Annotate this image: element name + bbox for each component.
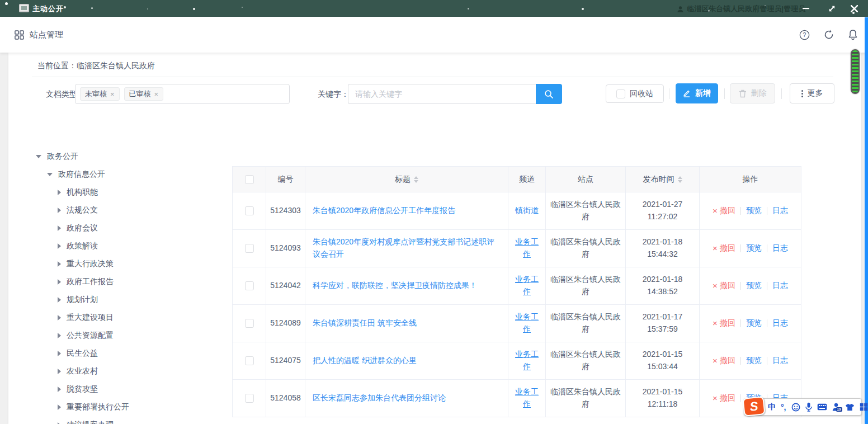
tree-item-zhengfuhuiyi[interactable]: 政府会议: [17, 219, 229, 237]
tree-item-zhongyaobushuzhixinggongkai[interactable]: 重要部署执行公开: [17, 398, 229, 416]
chevron-right-icon[interactable]: [58, 279, 61, 285]
chevron-right-icon[interactable]: [58, 243, 61, 249]
chevron-right-icon[interactable]: [58, 387, 61, 392]
withdraw-button[interactable]: ×撤回: [713, 242, 735, 255]
log-button[interactable]: 日志: [772, 205, 788, 217]
tree-item-nongyenongcun[interactable]: 农业农村: [17, 362, 229, 380]
sogou-logo-icon[interactable]: S: [742, 396, 765, 417]
doc-title-link[interactable]: 朱台镇2020年政府信息公开工作年度报告: [313, 205, 455, 217]
col-title[interactable]: 标题: [305, 167, 508, 192]
preview-button[interactable]: 预览: [746, 205, 762, 217]
tree-item-minshenggongyi[interactable]: 民生公益: [17, 345, 229, 362]
channel-link[interactable]: 业务工作: [513, 311, 541, 335]
ime-account-icon[interactable]: 19: [832, 403, 840, 411]
withdraw-button[interactable]: ×撤回: [713, 204, 735, 217]
add-button[interactable]: 新增: [676, 83, 718, 103]
close-icon[interactable]: [845, 0, 864, 17]
doc-title-link[interactable]: 把人性的温暖 织进群众的心里: [313, 355, 417, 367]
maximize-button[interactable]: [822, 0, 841, 17]
row-checkbox[interactable]: [245, 244, 254, 253]
tag-reviewed[interactable]: 已审核 ×: [124, 87, 164, 101]
doc-type-select[interactable]: 未审核 × 已审核 ×: [75, 84, 290, 104]
doc-title-link[interactable]: 朱台镇2020年度对村观摩点评暨村党支部书记述职评议会召开: [313, 236, 501, 260]
tag-close-icon[interactable]: ×: [154, 90, 159, 98]
withdraw-button[interactable]: ×撤回: [713, 279, 735, 292]
delete-button[interactable]: 删除: [730, 83, 775, 103]
chevron-down-icon[interactable]: [36, 155, 41, 158]
row-checkbox[interactable]: [245, 356, 254, 365]
more-button[interactable]: 更多: [790, 83, 834, 103]
chevron-right-icon[interactable]: [58, 404, 61, 410]
tree-item-gonggongziyuanpeizhi[interactable]: 公共资源配置: [17, 327, 229, 345]
withdraw-button[interactable]: ×撤回: [713, 317, 735, 329]
tree-item-zhengcejiedu[interactable]: 政策解读: [17, 237, 229, 255]
channel-link[interactable]: 镇街道: [515, 205, 539, 217]
search-button[interactable]: [536, 84, 562, 104]
chevron-right-icon[interactable]: [58, 369, 61, 374]
recycle-bin-checkbox[interactable]: [616, 89, 625, 98]
chevron-right-icon[interactable]: [58, 190, 61, 195]
log-button[interactable]: 日志: [772, 242, 788, 255]
tree-item-zhengfuxinxigongkai[interactable]: 政府信息公开: [17, 166, 229, 183]
tree-item-zhengfugongzuobaogao[interactable]: 政府工作报告: [17, 273, 229, 291]
chevron-right-icon[interactable]: [58, 351, 61, 356]
minimize-button[interactable]: [796, 0, 815, 17]
chevron-right-icon[interactable]: [58, 315, 61, 321]
row-checkbox[interactable]: [245, 319, 254, 328]
doc-title-link[interactable]: 区长宋磊同志参加朱台代表团分组讨论: [313, 392, 446, 404]
tag-close-icon[interactable]: ×: [110, 90, 115, 98]
chevron-right-icon[interactable]: [58, 208, 61, 213]
sort-icon[interactable]: [414, 176, 418, 183]
ime-keyboard-icon[interactable]: [817, 403, 827, 411]
select-all-checkbox[interactable]: [245, 175, 254, 184]
tree-item-faguigongwen[interactable]: 法规公文: [17, 201, 229, 219]
log-button[interactable]: 日志: [772, 280, 788, 292]
withdraw-button[interactable]: ×撤回: [713, 354, 735, 367]
channel-link[interactable]: 业务工作: [513, 274, 541, 298]
row-checkbox[interactable]: [245, 281, 254, 290]
tree-item-zhongdaxingzhengjuece[interactable]: 重大行政决策: [17, 255, 229, 273]
tag-unreviewed[interactable]: 未审核 ×: [80, 87, 120, 101]
chevron-right-icon[interactable]: [58, 261, 61, 267]
scrollbar-thumb[interactable]: [851, 49, 860, 94]
titlebar-user[interactable]: 临淄区朱台镇人民政府管理员|管理员: [677, 4, 805, 14]
recycle-bin-button[interactable]: 回收站: [606, 84, 664, 103]
channel-link[interactable]: 业务工作: [513, 348, 541, 373]
log-button[interactable]: 日志: [772, 317, 788, 329]
preview-button[interactable]: 预览: [746, 242, 762, 255]
row-checkbox[interactable]: [245, 394, 254, 403]
tree-item-jigouzhineng[interactable]: 机构职能: [17, 183, 229, 201]
refresh-icon[interactable]: [823, 29, 834, 40]
tree-item-zhongdajianshexiangmu[interactable]: 重大建设项目: [17, 309, 229, 327]
preview-button[interactable]: 预览: [746, 280, 762, 292]
tree-item-zhengwugongkai[interactable]: 政务公开: [17, 148, 229, 166]
ime-toolbar[interactable]: S 中 °, 19: [744, 398, 862, 416]
channel-link[interactable]: 业务工作: [513, 236, 541, 260]
ime-chinese-mode-icon[interactable]: 中: [768, 402, 776, 412]
chevron-right-icon[interactable]: [58, 297, 61, 303]
tree-item-guihuajihua[interactable]: 规划计划: [17, 291, 229, 309]
keyword-input[interactable]: [348, 84, 536, 104]
tree-item-jianyitianbanli[interactable]: 建议提案办理: [17, 416, 229, 424]
withdraw-button[interactable]: ×撤回: [713, 392, 735, 404]
chevron-down-icon[interactable]: [47, 173, 53, 176]
nav-site-management[interactable]: 站点管理: [15, 17, 63, 53]
window-titlebar[interactable]: 主动公开 临淄区朱台镇人民政府管理员|管理员: [0, 0, 868, 17]
tree-item-tuopingongjian[interactable]: 脱贫攻坚: [17, 380, 229, 398]
ime-voice-icon[interactable]: [805, 402, 812, 412]
help-icon[interactable]: ?: [799, 30, 810, 40]
log-button[interactable]: 日志: [772, 355, 788, 367]
chevron-right-icon[interactable]: [58, 333, 61, 338]
preview-button[interactable]: 预览: [746, 355, 762, 367]
doc-title-link[interactable]: 朱台镇深耕责任田 筑牢安全线: [313, 317, 417, 329]
channel-link[interactable]: 业务工作: [513, 386, 541, 410]
doc-title-link[interactable]: 科学应对，联防联控，坚决捍卫疫情防控成果！: [313, 280, 477, 292]
ime-punctuation-icon[interactable]: °,: [781, 403, 786, 412]
sort-icon[interactable]: [678, 176, 682, 183]
row-checkbox[interactable]: [245, 206, 254, 215]
preview-button[interactable]: 预览: [746, 317, 762, 329]
chevron-right-icon[interactable]: [58, 225, 61, 231]
ime-skin-icon[interactable]: [845, 403, 855, 411]
ime-emoji-icon[interactable]: [791, 403, 800, 412]
bell-icon[interactable]: [848, 29, 858, 40]
